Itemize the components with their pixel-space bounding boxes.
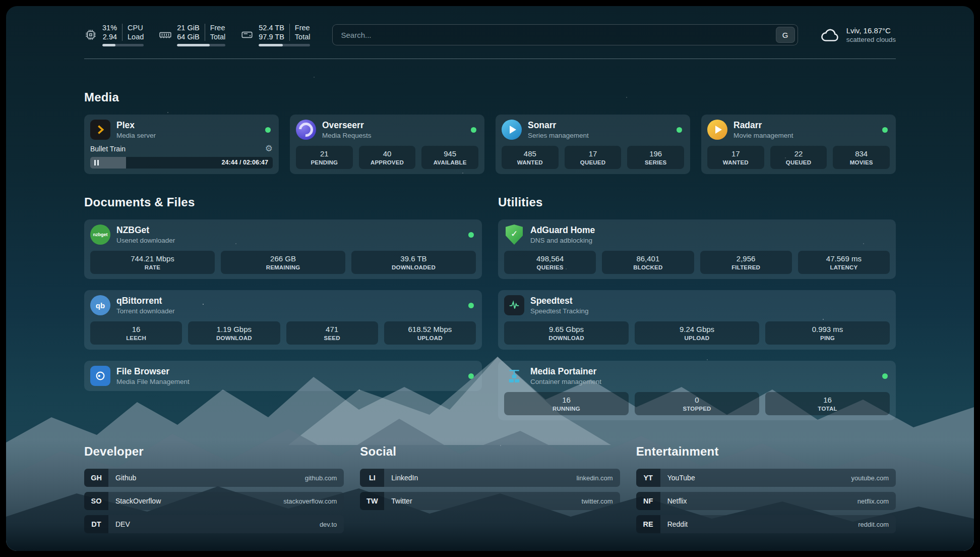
stat-box: 9.65 GbpsDOWNLOAD bbox=[504, 321, 629, 345]
stats-row: 9.65 GbpsDOWNLOAD9.24 GbpsUPLOAD0.993 ms… bbox=[504, 321, 890, 345]
settings-gear-icon[interactable]: ⚙ bbox=[265, 144, 273, 153]
stat-box: 471SEED bbox=[286, 321, 378, 345]
service-card-nzbget[interactable]: nzbget NZBGet Usenet downloader 744.21 M… bbox=[84, 219, 482, 279]
stat-value: 17 bbox=[709, 149, 762, 158]
service-name: AdGuard Home bbox=[530, 225, 890, 236]
stat-label: SEED bbox=[288, 335, 376, 341]
playback-progress-bar[interactable]: 24:44 / 02:06:47 bbox=[90, 157, 273, 169]
stat-value: 945 bbox=[423, 149, 476, 158]
section-documents: Documents & Files nzbget NZBGet Usenet d… bbox=[84, 195, 482, 391]
service-card-adguard[interactable]: AdGuard Home DNS and adblocking 498,564Q… bbox=[498, 219, 896, 279]
stat-box: 17WANTED bbox=[707, 146, 764, 169]
stat-label: WANTED bbox=[504, 159, 557, 165]
stat-label: RATE bbox=[92, 264, 213, 270]
stats-row: 498,564QUERIES86,401BLOCKED2,956FILTERED… bbox=[504, 251, 890, 274]
stats-row: 17WANTED22QUEUED834MOVIES bbox=[707, 146, 890, 169]
cpu-label: CPU bbox=[128, 23, 143, 32]
status-dot bbox=[882, 127, 888, 133]
disk-free: 52.4 TB bbox=[259, 23, 284, 32]
bookmark-github[interactable]: GHGithubgithub.com bbox=[84, 469, 344, 487]
memory-widget: 21 GiB 64 GiB Free Total bbox=[159, 23, 225, 46]
service-card-overseerr[interactable]: Overseerr Media Requests 21PENDING40APPR… bbox=[290, 115, 484, 174]
bookmark-abbr: DT bbox=[84, 515, 108, 533]
service-card-sonarr[interactable]: Sonarr Series management 485WANTED17QUEU… bbox=[496, 115, 690, 174]
service-name: Sonarr bbox=[528, 120, 670, 131]
service-card-radarr[interactable]: Radarr Movie management 17WANTED22QUEUED… bbox=[701, 115, 896, 174]
dashboard-window: 31% 2.94 CPU Load bbox=[6, 6, 974, 551]
divider bbox=[205, 24, 205, 41]
bookmark-abbr: YT bbox=[636, 469, 660, 487]
stat-label: QUERIES bbox=[506, 264, 594, 270]
stat-label: REMAINING bbox=[223, 264, 343, 270]
stat-label: MOVIES bbox=[835, 159, 888, 165]
stat-label: DOWNLOAD bbox=[506, 335, 627, 341]
stats-row: 485WANTED17QUEUED196SERIES bbox=[502, 146, 684, 169]
service-card-plex[interactable]: Plex Media server Bullet Train ⚙ 24:44 /… bbox=[84, 115, 279, 174]
section-utilities: Utilities AdGuard Home DNS and adblockin… bbox=[498, 195, 896, 420]
memory-progress-bar bbox=[177, 44, 225, 46]
bookmark-url: reddit.com bbox=[858, 521, 889, 528]
bookmark-name: LinkedIn bbox=[391, 474, 576, 482]
cpu-load-label: Load bbox=[128, 32, 144, 41]
stat-label: PING bbox=[767, 335, 888, 341]
service-name: NZBGet bbox=[116, 225, 462, 236]
service-name: Media Portainer bbox=[530, 366, 876, 377]
weather-condition: scattered clouds bbox=[846, 36, 896, 43]
service-card-portainer[interactable]: Media Portainer Container management 16R… bbox=[498, 361, 896, 420]
pause-icon[interactable] bbox=[94, 160, 99, 165]
stat-value: 9.24 Gbps bbox=[637, 324, 757, 334]
service-name: Overseerr bbox=[322, 120, 465, 131]
bookmark-abbr: TW bbox=[360, 492, 384, 510]
qbittorrent-icon-label: qb bbox=[96, 301, 105, 310]
bookmark-stackoverflow[interactable]: SOStackOverflowstackoverflow.com bbox=[84, 492, 344, 510]
stat-label: TOTAL bbox=[767, 406, 888, 412]
bookmark-youtube[interactable]: YTYouTubeyoutube.com bbox=[636, 469, 896, 487]
status-dot bbox=[265, 127, 271, 133]
service-name: Radarr bbox=[733, 120, 876, 131]
stat-value: 86,401 bbox=[604, 254, 692, 263]
stats-row: 16RUNNING0STOPPED16TOTAL bbox=[504, 392, 890, 415]
bookmark-list: GHGithubgithub.comSOStackOverflowstackov… bbox=[84, 469, 344, 533]
stat-value: 834 bbox=[835, 149, 888, 158]
bookmark-url: youtube.com bbox=[851, 474, 889, 482]
bookmark-abbr: GH bbox=[84, 469, 108, 487]
stat-box: 2,956FILTERED bbox=[700, 251, 792, 274]
bookmark-url: linkedin.com bbox=[576, 474, 612, 482]
service-subtitle: Movie management bbox=[733, 132, 876, 139]
stat-box: 17QUEUED bbox=[565, 146, 622, 169]
bookmark-dev[interactable]: DTDEVdev.to bbox=[84, 515, 344, 533]
header-divider bbox=[84, 59, 896, 59]
service-card-filebrowser[interactable]: File Browser Media File Management bbox=[84, 361, 482, 391]
cpu-widget: 31% 2.94 CPU Load bbox=[84, 23, 144, 46]
service-card-speedtest[interactable]: Speedtest Speedtest Tracking 9.65 GbpsDO… bbox=[498, 290, 896, 350]
divider bbox=[122, 24, 122, 41]
stat-box: 498,564QUERIES bbox=[504, 251, 596, 274]
memory-total-label: Total bbox=[210, 32, 226, 41]
divider bbox=[289, 24, 290, 41]
bookmark-linkedin[interactable]: LILinkedInlinkedin.com bbox=[360, 469, 620, 487]
speedtest-icon bbox=[504, 295, 524, 315]
stat-value: 266 GB bbox=[223, 254, 343, 263]
search-provider-button[interactable]: G bbox=[776, 27, 795, 43]
cpu-load: 2.94 bbox=[103, 32, 117, 41]
section-title-utilities: Utilities bbox=[498, 195, 896, 209]
stat-label: QUEUED bbox=[567, 159, 620, 165]
service-subtitle: DNS and adblocking bbox=[530, 237, 890, 244]
memory-free: 21 GiB bbox=[177, 23, 199, 32]
stat-box: 39.6 TBDOWNLOADED bbox=[351, 251, 476, 274]
stat-value: 9.65 Gbps bbox=[506, 324, 627, 334]
now-playing-title: Bullet Train bbox=[90, 145, 126, 153]
stat-label: STOPPED bbox=[637, 406, 757, 412]
bookmark-url: netflix.com bbox=[858, 497, 889, 505]
search-input[interactable] bbox=[340, 30, 775, 40]
bookmark-netflix[interactable]: NFNetflixnetflix.com bbox=[636, 492, 896, 510]
service-card-qbittorrent[interactable]: qb qBittorrent Torrent downloader 16LEEC… bbox=[84, 290, 482, 350]
stat-label: BLOCKED bbox=[604, 264, 692, 270]
disk-total: 97.9 TB bbox=[259, 32, 284, 41]
sonarr-icon bbox=[502, 120, 522, 140]
service-name: File Browser bbox=[116, 366, 462, 377]
bookmark-reddit[interactable]: RERedditreddit.com bbox=[636, 515, 896, 533]
cloud-icon bbox=[820, 27, 840, 43]
bookmark-twitter[interactable]: TWTwittertwitter.com bbox=[360, 492, 620, 510]
memory-icon bbox=[159, 28, 172, 41]
